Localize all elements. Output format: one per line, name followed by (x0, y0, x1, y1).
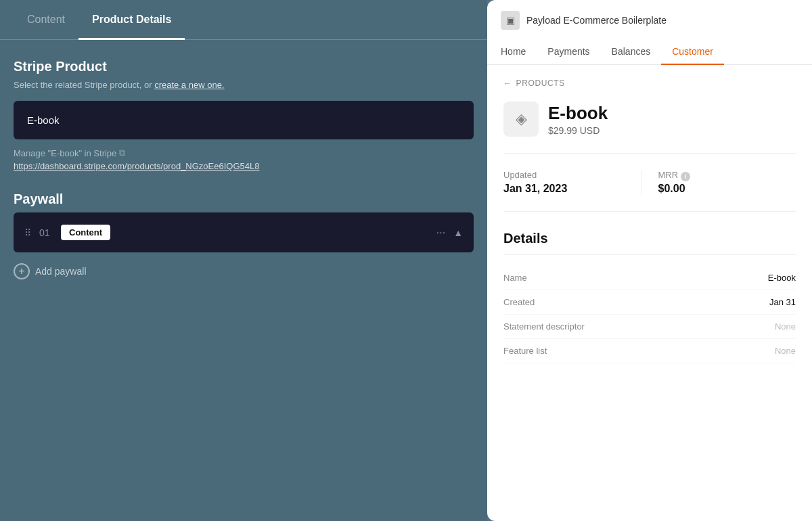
stat-updated-label: Updated (503, 170, 641, 180)
detail-row-name: Name E-book (503, 266, 796, 290)
detail-row-feature: Feature list None (503, 339, 796, 363)
detail-value-name: E-book (650, 273, 796, 283)
stripe-product-link[interactable]: https://dashboard.stripe.com/products/pr… (14, 161, 474, 171)
product-icon: ◈ (503, 101, 539, 137)
manage-label: Manage "E-book" in Stripe ⧉ (14, 148, 474, 158)
detail-key-name: Name (503, 273, 650, 283)
app-icon: ▣ (501, 11, 520, 30)
stat-mrr-value: $0.00 (658, 183, 796, 195)
stat-mrr-label-row: MRR i (658, 170, 796, 183)
stats-row: Updated Jan 31, 2023 MRR i $0.00 (503, 170, 796, 212)
product-name: E-book (548, 103, 608, 124)
nav-balances[interactable]: Balances (601, 39, 662, 65)
info-icon[interactable]: i (681, 172, 690, 181)
row-actions: ··· ▲ (436, 227, 463, 239)
stripe-product-section: Stripe Product Select the related Stripe… (14, 59, 474, 171)
detail-row-created: Created Jan 31 (503, 290, 796, 315)
right-body: ← PRODUCTS ◈ E-book $29.99 USD Updated J… (487, 65, 812, 521)
left-panel: Content Product Details Stripe Product S… (0, 0, 487, 521)
selected-product-name: E-book (27, 114, 460, 126)
stat-mrr: MRR i $0.00 (641, 170, 796, 195)
detail-key-created: Created (503, 297, 650, 307)
more-options-button[interactable]: ··· (436, 227, 445, 239)
detail-value-descriptor: None (650, 321, 796, 332)
tab-product-details[interactable]: Product Details (78, 0, 185, 40)
back-to-products-link[interactable]: ← PRODUCTS (503, 78, 796, 88)
stripe-product-title: Stripe Product (14, 59, 474, 74)
tab-content[interactable]: Content (14, 0, 78, 40)
app-title: Payload E-Commerce Boilerplate (526, 15, 667, 26)
details-rows: Name E-book Created Jan 31 Statement des… (503, 266, 796, 363)
detail-value-created: Jan 31 (650, 297, 796, 307)
detail-key-feature: Feature list (503, 346, 650, 356)
product-hero: ◈ E-book $29.99 USD (503, 101, 796, 154)
collapse-button[interactable]: ▲ (453, 227, 463, 238)
detail-key-descriptor: Statement descriptor (503, 321, 650, 332)
right-header: ▣ Payload E-Commerce Boilerplate Home Pa… (487, 0, 812, 65)
paywall-row: ⠿ 01 Content ··· ▲ (14, 212, 474, 252)
nav-payments[interactable]: Payments (537, 39, 600, 65)
paywall-title: Paywall (14, 191, 474, 207)
drag-handle-icon[interactable]: ⠿ (24, 227, 31, 238)
product-price: $29.99 USD (548, 125, 608, 136)
product-info: E-book $29.99 USD (548, 103, 608, 136)
right-panel: ▣ Payload E-Commerce Boilerplate Home Pa… (487, 0, 812, 521)
paywall-row-number: 01 (39, 227, 53, 238)
copy-icon[interactable]: ⧉ (119, 148, 125, 158)
details-section: Details Name E-book Created Jan 31 State… (503, 231, 796, 363)
add-paywall-button[interactable]: + Add paywall (14, 260, 87, 282)
details-heading: Details (503, 231, 796, 255)
right-nav: Home Payments Balances Customer (501, 39, 798, 64)
stat-updated-value: Jan 31, 2023 (503, 183, 641, 195)
app-title-row: ▣ Payload E-Commerce Boilerplate (501, 11, 798, 30)
paywall-item-box: ⠿ 01 Content ··· ▲ (14, 212, 474, 252)
stat-mrr-label: MRR (658, 170, 679, 180)
left-content: Stripe Product Select the related Stripe… (0, 40, 487, 301)
add-circle-icon: + (14, 263, 30, 279)
stat-updated: Updated Jan 31, 2023 (503, 170, 641, 195)
create-new-link[interactable]: create a new one. (154, 80, 224, 90)
tabs-bar: Content Product Details (0, 0, 487, 40)
back-arrow-icon: ← (503, 78, 512, 88)
detail-value-feature: None (650, 346, 796, 356)
nav-home[interactable]: Home (501, 39, 537, 65)
detail-row-descriptor: Statement descriptor None (503, 315, 796, 339)
nav-customer[interactable]: Customer (661, 39, 724, 65)
content-badge: Content (61, 225, 110, 240)
stripe-product-subtitle: Select the related Stripe product, or cr… (14, 80, 474, 90)
paywall-section: Paywall ⠿ 01 Content ··· ▲ + Add paywall (14, 191, 474, 282)
selected-product-box[interactable]: E-book (14, 101, 474, 139)
